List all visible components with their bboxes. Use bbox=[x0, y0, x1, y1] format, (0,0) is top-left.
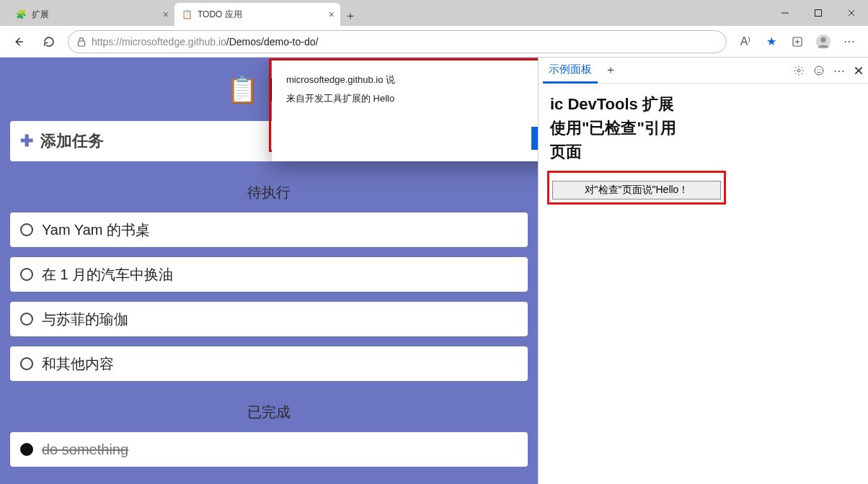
puzzle-icon: 🧩 bbox=[16, 9, 26, 19]
devtools-tab-label: 示例面板 bbox=[549, 63, 592, 76]
url-field[interactable]: https://microsoftedge.github.io/Demos/de… bbox=[68, 30, 727, 53]
svg-point-10 bbox=[820, 37, 825, 42]
task-item-done[interactable]: do something bbox=[10, 432, 528, 467]
svg-rect-1 bbox=[815, 10, 822, 17]
devtools-pane: 示例面板 ＋ ⋯ ic DevTools 扩展 使用"已检查"引用 页面 bbox=[538, 58, 868, 484]
close-icon[interactable]: × bbox=[329, 9, 335, 20]
close-devtools-button[interactable] bbox=[854, 66, 864, 76]
checkbox-icon[interactable] bbox=[20, 223, 33, 236]
alert-message: 来自开发工具扩展的 Hello bbox=[286, 92, 538, 105]
devtools-tabbar: 示例面板 ＋ ⋯ bbox=[539, 58, 868, 84]
devtools-body: ic DevTools 扩展 使用"已检查"引用 页面 对"检查"页面说"Hel… bbox=[539, 84, 868, 213]
devtools-heading-line1: ic DevTools 扩展 bbox=[550, 92, 856, 116]
alert-ok-button[interactable]: 确定 bbox=[531, 127, 538, 150]
svg-point-14 bbox=[820, 69, 820, 70]
task-item[interactable]: 在 1 月的汽车中换油 bbox=[10, 257, 528, 292]
more-button[interactable]: ⋯ bbox=[838, 30, 861, 53]
clipboard-icon: 📋 bbox=[226, 75, 259, 105]
checkbox-checked-icon[interactable] bbox=[20, 443, 33, 456]
close-icon[interactable]: × bbox=[163, 9, 169, 20]
checkbox-icon[interactable] bbox=[20, 268, 33, 281]
browser-tab-extensions[interactable]: 🧩 扩展 × bbox=[9, 3, 174, 26]
svg-point-13 bbox=[817, 69, 818, 70]
svg-rect-5 bbox=[79, 41, 85, 46]
task-text: 和其他内容 bbox=[42, 354, 114, 374]
task-text: do something bbox=[42, 442, 128, 458]
svg-point-12 bbox=[815, 66, 823, 75]
browser-tab-todo[interactable]: 📋 TODO 应用 × bbox=[174, 3, 340, 26]
annotation-highlight: 对"检查"页面说"Hello！ bbox=[547, 171, 726, 205]
profile-button[interactable] bbox=[812, 30, 835, 53]
checkbox-icon[interactable] bbox=[20, 357, 33, 370]
page-pane: 📋 My ✚ 添加任务 待执行 Yam Yam 的书桌 在 1 月的汽车中换油 bbox=[0, 58, 538, 484]
alert-dialog: microsoftedge.github.io 说 来自开发工具扩展的 Hell… bbox=[272, 60, 538, 161]
devtools-add-tab-button[interactable]: ＋ bbox=[602, 63, 619, 78]
settings-icon[interactable] bbox=[793, 65, 805, 76]
close-window-button[interactable] bbox=[835, 0, 868, 26]
refresh-button[interactable] bbox=[37, 30, 61, 53]
devtools-tab-sample-panel[interactable]: 示例面板 bbox=[543, 58, 598, 84]
more-icon[interactable]: ⋯ bbox=[833, 64, 845, 78]
maximize-button[interactable] bbox=[802, 0, 835, 26]
devtools-toolbar-right: ⋯ bbox=[793, 58, 864, 84]
toolbar-right: A⁾ ★ ⋯ bbox=[734, 30, 861, 53]
content-split: 📋 My ✚ 添加任务 待执行 Yam Yam 的书桌 在 1 月的汽车中换油 bbox=[0, 58, 868, 484]
task-text: Yam Yam 的书桌 bbox=[42, 220, 150, 240]
task-text: 在 1 月的汽车中换油 bbox=[42, 265, 173, 284]
minimize-button[interactable] bbox=[769, 0, 802, 26]
collections-button[interactable] bbox=[786, 30, 809, 53]
tab-label: TODO 应用 bbox=[198, 9, 242, 21]
window-controls bbox=[769, 0, 868, 26]
task-item[interactable]: Yam Yam 的书桌 bbox=[10, 212, 528, 247]
lock-icon bbox=[77, 37, 86, 47]
svg-point-11 bbox=[797, 69, 800, 72]
plus-icon: ✚ bbox=[20, 132, 33, 151]
read-aloud-button[interactable]: A⁾ bbox=[734, 30, 757, 53]
url-host: https://microsoftedge.github.io/Demos/de… bbox=[92, 36, 318, 48]
task-item[interactable]: 与苏菲的瑜伽 bbox=[10, 302, 528, 336]
tab-label: 扩展 bbox=[32, 9, 49, 21]
clipboard-icon: 📋 bbox=[182, 9, 192, 19]
address-bar: https://microsoftedge.github.io/Demos/de… bbox=[0, 26, 868, 58]
back-button[interactable] bbox=[7, 30, 30, 53]
add-task-label: 添加任务 bbox=[40, 130, 104, 152]
say-hello-button[interactable]: 对"检查"页面说"Hello！ bbox=[552, 181, 721, 200]
alert-title: microsoftedge.github.io 说 bbox=[286, 73, 538, 86]
task-item[interactable]: 和其他内容 bbox=[10, 346, 528, 381]
devtools-heading-line3: 页面 bbox=[550, 140, 856, 163]
feedback-icon[interactable] bbox=[813, 65, 825, 76]
new-tab-button[interactable]: ＋ bbox=[340, 6, 360, 26]
task-text: 与苏菲的瑜伽 bbox=[42, 310, 128, 329]
section-pending-heading: 待执行 bbox=[10, 183, 528, 202]
favorite-button[interactable]: ★ bbox=[760, 30, 783, 53]
browser-titlebar: 🧩 扩展 × 📋 TODO 应用 × ＋ bbox=[0, 0, 868, 26]
section-done-heading: 已完成 bbox=[10, 403, 528, 422]
checkbox-icon[interactable] bbox=[20, 313, 33, 326]
devtools-heading-line2: 使用"已检查"引用 bbox=[550, 116, 856, 140]
